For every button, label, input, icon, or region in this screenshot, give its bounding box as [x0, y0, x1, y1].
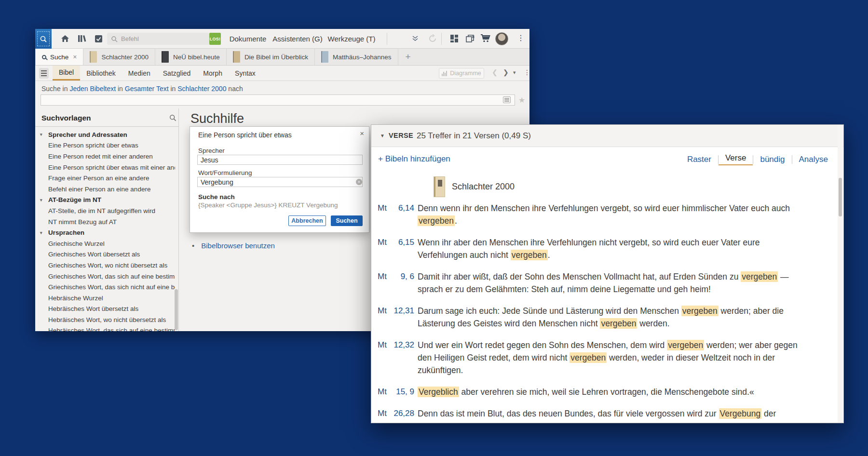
- template-group-header[interactable]: ▾AT-Bezüge im NT: [35, 195, 175, 206]
- command-input[interactable]: [121, 35, 193, 42]
- template-group-header[interactable]: ▾Ursprachen: [35, 227, 175, 238]
- verse-reference[interactable]: Mt6,15: [378, 236, 414, 261]
- app-logo-tile[interactable]: [35, 29, 52, 49]
- menu-werkzeuge[interactable]: Werkzeuge (T): [328, 35, 376, 43]
- template-item[interactable]: Eine Person spricht über etwas: [35, 140, 175, 151]
- back-chevron-icon[interactable]: ❮: [492, 68, 498, 76]
- history-dropdown-icon[interactable]: ▾: [513, 69, 516, 76]
- close-icon[interactable]: ×: [73, 53, 77, 61]
- search-query-input[interactable]: [41, 94, 515, 106]
- verse-text-segment: Und wer ein Wort redet gegen den Sohn de…: [418, 340, 667, 350]
- scrollbar-thumb[interactable]: [175, 289, 178, 330]
- cancel-button[interactable]: Abbrechen: [288, 215, 326, 226]
- menu-dokumente[interactable]: Dokumente: [230, 35, 267, 43]
- verse-locator: 6,15: [398, 236, 414, 261]
- view-verse[interactable]: Verse: [719, 153, 753, 165]
- template-item[interactable]: Griechisches Wort, wo nicht übersetzt al…: [35, 260, 175, 271]
- template-item[interactable]: Hebräisches Wort, wo nicht übersetzt als: [35, 314, 175, 325]
- scope-link[interactable]: Schlachter 2000: [177, 85, 226, 93]
- tab-neü-bibel-heute[interactable]: NeÜ bibel.heute: [155, 49, 227, 65]
- verse-reference[interactable]: Mt15, 9: [378, 386, 414, 398]
- template-item[interactable]: NT nimmt Bezug auf AT: [35, 216, 175, 228]
- resource-title[interactable]: Schlachter 2000: [452, 182, 515, 192]
- template-item[interactable]: Hebräisches Wort übersetzt als: [35, 304, 175, 315]
- close-icon[interactable]: ×: [360, 129, 364, 137]
- verse-reference[interactable]: Mt9, 6: [378, 270, 414, 295]
- subtab-bibliothek[interactable]: Bibliothek: [80, 66, 122, 80]
- keyboard-icon[interactable]: [503, 96, 511, 103]
- template-item[interactable]: Hebräische Wurzel: [35, 293, 175, 304]
- tab-matthäus-johannes[interactable]: Matthäus–Johannes: [315, 49, 398, 65]
- view-analyse[interactable]: Analyse: [792, 155, 835, 164]
- tab-label: Schlachter 2000: [101, 54, 149, 61]
- go-button[interactable]: LOS!: [209, 33, 221, 45]
- template-item[interactable]: Griechisches Wort übersetzt als: [35, 249, 175, 260]
- diagram-button[interactable]: Diagramme: [439, 68, 484, 79]
- add-bibles-link[interactable]: + Bibeln hinzufügen: [378, 154, 450, 164]
- template-item[interactable]: Frage einer Person an eine andere: [35, 173, 175, 184]
- add-tab-button[interactable]: +: [398, 49, 418, 65]
- search-button[interactable]: Suchen: [331, 215, 363, 226]
- overflow-menu-icon[interactable]: ⋮: [517, 33, 525, 42]
- verse-book: Mt: [378, 270, 387, 295]
- close-all-panels-icon[interactable]: [464, 33, 476, 44]
- template-item-label: Frage einer Person an eine andere: [48, 174, 149, 182]
- verse-reference[interactable]: Mt12,31: [378, 305, 414, 330]
- subtab-bibel[interactable]: Bibel: [53, 66, 80, 80]
- layout-icon[interactable]: [448, 33, 460, 44]
- query-label: Suche nach: [198, 193, 235, 201]
- template-group-header[interactable]: ▾Sprecher und Adressaten: [35, 129, 175, 140]
- subtab-morph[interactable]: Morph: [197, 66, 229, 80]
- word-input[interactable]: [197, 177, 363, 187]
- view-raster[interactable]: Raster: [680, 155, 718, 164]
- template-item[interactable]: Griechisches Wort, das sich nicht auf ei…: [35, 282, 175, 293]
- template-item[interactable]: Eine Person redet mit einer anderen: [35, 151, 175, 162]
- search-icon[interactable]: [169, 114, 176, 121]
- speaker-input[interactable]: [197, 155, 363, 165]
- subtab-syntax[interactable]: Syntax: [229, 66, 262, 80]
- panel-menu-icon[interactable]: [39, 68, 49, 79]
- subtab-satzglied[interactable]: Satzglied: [157, 66, 197, 80]
- bible-browser-row: •Bibelbrowser benutzen: [192, 241, 275, 250]
- verse-text-segment: Lästerung des Geistes wird den Menschen …: [418, 319, 600, 328]
- menu-assistenten[interactable]: Assistenten (G): [272, 35, 322, 43]
- query-preview: {Speaker <Gruppe Jesus>} KREUZT Vergebun…: [198, 201, 338, 209]
- tab-die-bibel-im-überblick[interactable]: Die Bibel im Überblick: [227, 49, 315, 65]
- bible-browser-link[interactable]: Bibelbrowser benutzen: [201, 241, 275, 250]
- user-avatar[interactable]: [495, 32, 508, 45]
- home-icon[interactable]: [59, 33, 71, 44]
- library-icon[interactable]: [76, 33, 88, 44]
- clear-field-icon[interactable]: ×: [356, 179, 362, 185]
- passage-guide-book-icon[interactable]: [93, 33, 104, 44]
- template-item[interactable]: Hebräisches Wort, das sich auf eine best…: [35, 325, 175, 331]
- panel-more-icon[interactable]: ⋮: [524, 68, 529, 76]
- template-item[interactable]: Griechisches Wort, das sich auf eine bes…: [35, 271, 175, 282]
- verse-book: Mt: [378, 202, 387, 227]
- template-item-label: AT-Stelle, die im NT aufgegriffen wird: [48, 207, 155, 215]
- template-dialog: Eine Person spricht über etwas × Spreche…: [190, 126, 369, 233]
- scope-link[interactable]: Gesamter Text: [125, 85, 169, 93]
- subtab-medien[interactable]: Medien: [122, 66, 157, 80]
- cart-icon[interactable]: [480, 33, 491, 44]
- scrollbar-track[interactable]: [838, 125, 843, 423]
- collapse-triangle-icon[interactable]: ▼: [380, 133, 385, 138]
- favorite-star-icon[interactable]: ★: [518, 95, 525, 105]
- chevron-double-down-icon[interactable]: [409, 33, 421, 44]
- template-item[interactable]: Griechische Wurzel: [35, 238, 175, 249]
- view-bündig[interactable]: bündig: [753, 155, 791, 164]
- search-hit-highlight: vergeben: [418, 215, 455, 226]
- scope-link[interactable]: Jeden Bibeltext: [69, 85, 116, 93]
- verse-reference[interactable]: Mt26,28: [378, 407, 414, 420]
- forward-chevron-icon[interactable]: ❯: [503, 68, 509, 76]
- template-item[interactable]: Eine Person spricht über etwas mit einer…: [35, 162, 175, 173]
- tab-suche[interactable]: Suche×: [35, 49, 83, 65]
- verse-reference[interactable]: Mt12,32: [378, 339, 414, 376]
- verse-reference[interactable]: Mt6,14: [378, 202, 414, 227]
- template-item[interactable]: AT-Stelle, die im NT aufgegriffen wird: [35, 205, 175, 216]
- template-item[interactable]: Befehl einer Person an eine andere: [35, 184, 175, 195]
- tab-schlachter-2000[interactable]: Schlachter 2000: [83, 49, 155, 65]
- scrollbar-thumb[interactable]: [839, 178, 842, 216]
- command-box[interactable]: [107, 33, 209, 45]
- sync-icon[interactable]: [427, 33, 438, 44]
- resource-cover-icon[interactable]: [434, 176, 445, 197]
